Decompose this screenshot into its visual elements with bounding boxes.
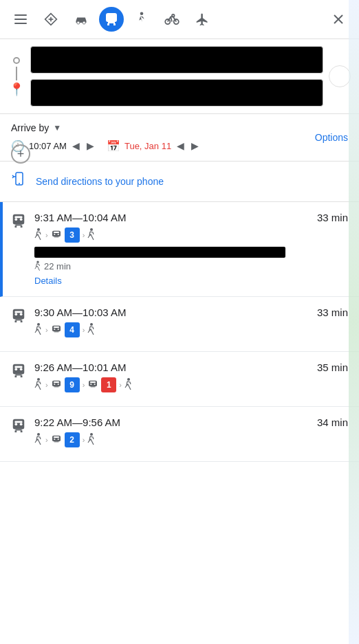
date-prev-button[interactable]: ◀	[175, 139, 186, 153]
svg-rect-21	[15, 225, 21, 226]
add-time-button[interactable]: +	[11, 144, 30, 164]
origin-input[interactable]	[30, 46, 323, 74]
step-arrow-1: ›	[45, 436, 48, 444]
close-button[interactable]	[326, 7, 351, 32]
route-results: 9:31 AM—10:04 AM 33 min ›	[0, 202, 359, 462]
svg-point-48	[90, 323, 93, 326]
svg-point-45	[54, 329, 55, 330]
bike-icon[interactable]	[160, 7, 184, 32]
arrive-label-row[interactable]: Arrive by ▼	[11, 122, 200, 133]
route-item[interactable]: 9:26 AM—10:01 AM 35 min ›	[0, 352, 359, 407]
route-steps: › 2 ›	[34, 432, 348, 447]
svg-rect-29	[54, 236, 58, 237]
route-times-row: 9:30 AM—10:03 AM 33 min	[34, 307, 348, 318]
route-item[interactable]: 9:31 AM—10:04 AM 33 min ›	[0, 202, 359, 297]
step-arrow-2: ›	[83, 231, 85, 239]
walk-step-icon	[34, 228, 43, 243]
route-steps: › 9 ›	[34, 377, 348, 392]
route-item[interactable]: 9:22 AM—9:56 AM 34 min ›	[0, 407, 359, 462]
svg-rect-43	[52, 325, 61, 331]
walk-step-icon	[34, 378, 43, 392]
date-next-button[interactable]: ▶	[190, 139, 200, 153]
svg-rect-49	[13, 364, 25, 375]
route-duration: 34 min	[317, 417, 348, 428]
step-arrow-1: ›	[45, 231, 48, 239]
svg-point-53	[15, 368, 18, 370]
drive-icon[interactable]	[69, 7, 94, 32]
route-input-section: 📍	[0, 39, 359, 114]
step-arrow-2: ›	[83, 436, 85, 444]
walk-step-icon-2	[87, 228, 96, 243]
svg-rect-57	[52, 380, 61, 386]
step-arrow-2: ›	[83, 381, 85, 389]
arrive-label: Arrive by	[11, 122, 49, 133]
route-time-range: 9:31 AM—10:04 AM	[34, 212, 126, 223]
walk-step-icon-2	[87, 433, 96, 447]
svg-point-72	[15, 423, 18, 425]
svg-point-75	[37, 433, 40, 436]
svg-point-73	[20, 423, 23, 425]
route-item[interactable]: 9:30 AM—10:03 AM 33 min ›	[0, 297, 359, 352]
svg-rect-37	[15, 320, 17, 322]
directions-icon[interactable]	[39, 7, 63, 32]
svg-rect-47	[54, 326, 59, 328]
step-arrow-1: ›	[45, 381, 48, 389]
svg-point-60	[57, 384, 58, 385]
menu-button[interactable]	[8, 7, 33, 32]
svg-rect-68	[13, 419, 25, 430]
svg-rect-61	[54, 381, 59, 383]
send-directions-label: Send directions to your phone	[36, 176, 164, 187]
bus-badge-2: 2	[65, 432, 80, 447]
svg-point-30	[54, 234, 55, 235]
svg-point-33	[90, 228, 93, 231]
destination-input[interactable]	[30, 79, 323, 107]
walk-icon[interactable]	[129, 7, 154, 32]
transit-mode-icon	[11, 213, 26, 232]
svg-point-42	[37, 323, 40, 326]
flight-icon[interactable]	[190, 7, 215, 32]
svg-rect-23	[21, 225, 23, 227]
route-line	[16, 67, 17, 80]
svg-rect-20	[13, 214, 25, 225]
walk-time-info: 22 min	[34, 260, 348, 271]
bus-badge-9: 9	[65, 377, 80, 392]
bus-step-icon	[51, 230, 62, 241]
svg-rect-77	[54, 441, 58, 442]
svg-point-40	[20, 313, 23, 315]
route-time-range: 9:22 AM—9:56 AM	[34, 417, 120, 428]
top-nav	[0, 0, 359, 39]
options-button[interactable]: Options	[315, 132, 348, 143]
walk-step-icon-2	[124, 378, 133, 392]
svg-rect-41	[15, 311, 23, 313]
bus-badge-1: 1	[101, 377, 116, 392]
route-times-row: 9:31 AM—10:04 AM 33 min	[34, 212, 348, 223]
time-next-button[interactable]: ▶	[85, 139, 96, 153]
svg-point-81	[90, 433, 93, 436]
arrive-controls: 🕙 10:07 AM ◀ ▶ 📅 Tue, Jan 11 ◀ ▶	[11, 139, 200, 153]
transit-icon-active[interactable]	[99, 7, 124, 32]
route-main-info: 9:26 AM—10:01 AM 35 min ›	[34, 362, 348, 397]
time-prev-button[interactable]: ◀	[71, 139, 81, 153]
transit-mode-icon	[11, 308, 26, 327]
svg-rect-28	[52, 230, 61, 236]
bus-step-icon	[51, 324, 62, 336]
svg-point-31	[57, 234, 58, 235]
svg-rect-8	[106, 13, 117, 22]
svg-rect-32	[54, 232, 59, 233]
route-duration: 33 min	[317, 307, 348, 318]
details-link[interactable]: Details	[34, 276, 62, 286]
bus-step-icon	[51, 434, 62, 446]
route-steps: › 3 ›	[34, 227, 348, 243]
svg-point-27	[37, 228, 40, 231]
svg-point-59	[54, 384, 55, 385]
svg-point-54	[20, 368, 23, 370]
svg-rect-62	[89, 380, 97, 386]
transit-mode-icon	[11, 363, 26, 382]
walk-step-icon	[34, 433, 43, 447]
origin-dot	[13, 57, 20, 64]
route-duration: 33 min	[317, 212, 348, 223]
svg-rect-0	[14, 14, 27, 16]
send-directions-section[interactable]: Send directions to your phone	[0, 162, 359, 202]
swap-button[interactable]	[329, 65, 351, 87]
bus-step-icon	[51, 379, 62, 391]
